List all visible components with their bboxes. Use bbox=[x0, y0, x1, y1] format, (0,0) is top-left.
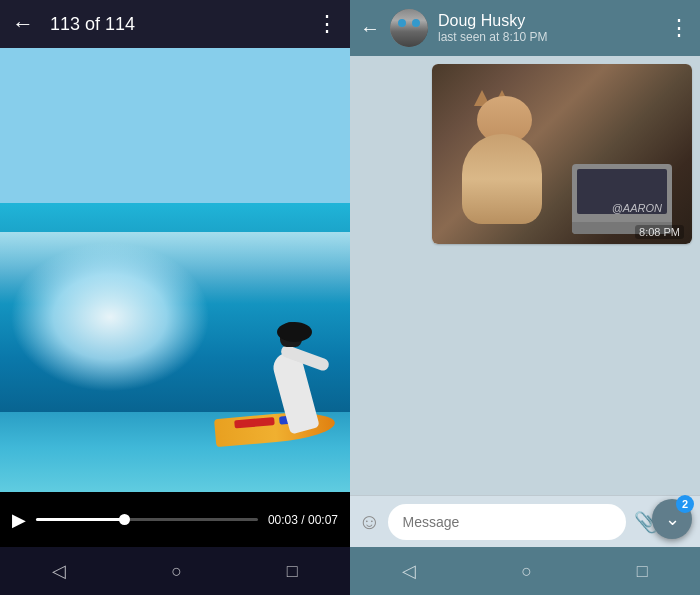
chat-nav-recents-icon[interactable]: □ bbox=[637, 561, 648, 582]
contact-status: last seen at 8:10 PM bbox=[438, 30, 658, 44]
chat-more-button[interactable]: ⋮ bbox=[668, 15, 690, 41]
chat-nav-home-icon[interactable]: ○ bbox=[521, 561, 532, 582]
video-title: 113 of 114 bbox=[50, 14, 316, 35]
nav-home-icon[interactable]: ○ bbox=[171, 561, 182, 582]
watermark: @AARON bbox=[612, 202, 662, 214]
message-bubble-1: @AARON 8:08 PM bbox=[432, 64, 692, 244]
chat-panel: ← Doug Husky last seen at 8:10 PM ⋮ bbox=[350, 0, 700, 595]
chat-nav-back-icon[interactable]: ◁ bbox=[402, 560, 416, 582]
video-more-button[interactable]: ⋮ bbox=[316, 11, 338, 37]
husky-eye-left bbox=[398, 19, 406, 27]
husky-eye-right bbox=[412, 19, 420, 27]
gif-cat-image: @AARON bbox=[432, 64, 692, 244]
video-back-button[interactable]: ← bbox=[12, 11, 34, 37]
chat-messages: @AARON 8:08 PM MAGIC bbox=[350, 56, 700, 495]
message-time-1: 8:08 PM bbox=[635, 225, 684, 239]
scroll-down-icon: ⌄ bbox=[665, 508, 680, 530]
message-input[interactable] bbox=[388, 504, 626, 540]
surfboard-stripe-red bbox=[234, 417, 275, 428]
contact-name: Doug Husky bbox=[438, 12, 658, 30]
chat-topbar: ← Doug Husky last seen at 8:10 PM ⋮ bbox=[350, 0, 700, 56]
wave-splash bbox=[10, 242, 210, 392]
chat-back-button[interactable]: ← bbox=[360, 17, 380, 40]
play-button[interactable]: ▶ bbox=[12, 509, 26, 531]
video-player-panel: ← 113 of 114 ⋮ ▶ 00:03 / 00:07 bbox=[0, 0, 350, 595]
cat-body bbox=[462, 134, 542, 224]
nav-recents-icon[interactable]: □ bbox=[287, 561, 298, 582]
scroll-to-bottom-button[interactable]: 2 ⌄ bbox=[652, 499, 692, 539]
avatar bbox=[390, 9, 428, 47]
emoji-button[interactable]: ☺ bbox=[358, 509, 380, 535]
chat-bottom-nav: ◁ ○ □ bbox=[350, 547, 700, 595]
time-display: 00:03 / 00:07 bbox=[268, 513, 338, 527]
chat-input-bar: ☺ 📎 🎤 bbox=[350, 495, 700, 547]
husky-avatar-image bbox=[390, 9, 428, 47]
unread-count-badge: 2 bbox=[676, 495, 694, 513]
surfboard bbox=[214, 409, 336, 447]
video-bottom-nav: ◁ ○ □ bbox=[0, 547, 350, 595]
progress-bar[interactable] bbox=[36, 518, 258, 521]
video-topbar: ← 113 of 114 ⋮ bbox=[0, 0, 350, 48]
video-controls: ▶ 00:03 / 00:07 bbox=[0, 492, 350, 547]
nav-back-icon[interactable]: ◁ bbox=[52, 560, 66, 582]
video-content bbox=[0, 48, 350, 492]
chat-contact-info[interactable]: Doug Husky last seen at 8:10 PM bbox=[438, 12, 658, 44]
gif-cat-container: @AARON bbox=[432, 64, 692, 244]
progress-fill bbox=[36, 518, 125, 521]
video-frame bbox=[0, 48, 350, 492]
surfer-hair bbox=[277, 322, 312, 342]
chat-body: @AARON 8:08 PM MAGIC bbox=[350, 56, 700, 595]
laptop bbox=[572, 164, 672, 234]
progress-thumb bbox=[119, 514, 130, 525]
